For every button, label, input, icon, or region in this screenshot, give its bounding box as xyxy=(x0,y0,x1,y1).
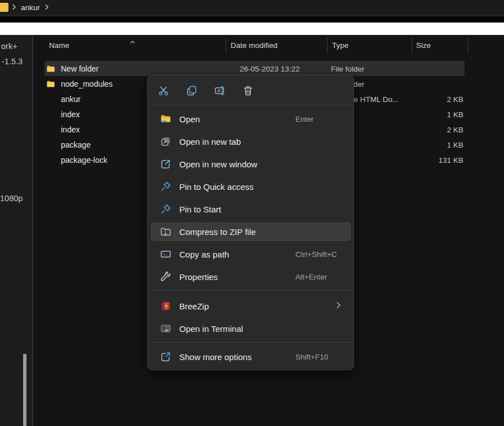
menu-item-copy-as-path[interactable]: \.. Copy as path Ctrl+Shift+C xyxy=(148,243,353,265)
menu-item-pin-to-quick-access[interactable]: Pin to Quick access xyxy=(148,175,353,198)
menu-item-pin-to-start[interactable]: Pin to Start xyxy=(148,198,353,220)
open-folder-icon xyxy=(160,113,171,125)
menu-separator xyxy=(148,105,353,105)
pin-icon xyxy=(160,203,171,215)
menu-item-open-in-terminal[interactable]: Open in Terminal xyxy=(148,317,353,340)
delete-icon[interactable] xyxy=(241,83,255,99)
file-size: 131 KB xyxy=(439,156,463,164)
column-header-name[interactable]: Name xyxy=(49,41,69,50)
file-name: New folder xyxy=(61,64,99,73)
pin-icon xyxy=(160,181,171,192)
breadcrumb-item-ankur[interactable]: ankur xyxy=(21,3,40,12)
file-name: node_modules xyxy=(61,79,113,88)
menu-item-label: Copy as path xyxy=(179,250,229,259)
menu-item-label: Open xyxy=(179,114,200,124)
chevron-right-icon xyxy=(45,2,49,12)
file-size: 2 KB xyxy=(447,125,463,134)
menu-separator xyxy=(148,290,353,290)
folder-icon xyxy=(46,79,55,88)
wrench-icon xyxy=(160,271,171,282)
breezip-icon xyxy=(160,300,171,312)
cut-icon[interactable] xyxy=(157,83,170,99)
file-date: 26-05-2023 13:22 xyxy=(240,64,300,73)
script-file-icon xyxy=(46,140,55,149)
scrollbar-thumb[interactable] xyxy=(23,354,26,426)
table-row-new-folder[interactable]: New folder 26-05-2023 13:22 File folder xyxy=(45,61,465,76)
file-name: index xyxy=(61,110,79,119)
folder-icon xyxy=(46,64,55,73)
menu-item-open-in-new-tab[interactable]: Open in new tab xyxy=(148,130,353,153)
folder-icon xyxy=(0,3,8,12)
column-headers: Name Date modified Type Size xyxy=(33,35,504,57)
menu-shortcut: Shift+F10 xyxy=(295,353,328,361)
submenu-chevron-icon xyxy=(336,301,341,311)
file-size: 1 KB xyxy=(447,110,463,118)
toolbar-band xyxy=(0,16,504,23)
svg-text:\..: \.. xyxy=(163,252,171,257)
file-size: 1 KB xyxy=(447,140,463,149)
menu-item-label: Pin to Start xyxy=(179,205,221,214)
file-name: ankur xyxy=(61,95,81,104)
menu-item-open-in-new-window[interactable]: Open in new window xyxy=(148,153,353,175)
menu-shortcut: Enter xyxy=(295,115,313,123)
chevron-right-icon xyxy=(12,2,16,12)
menu-shortcut: Ctrl+Shift+C xyxy=(295,250,337,259)
open-new-tab-icon xyxy=(160,136,171,147)
copy-icon[interactable] xyxy=(185,83,198,99)
menu-item-breezip[interactable]: BreeZip xyxy=(148,295,353,317)
script-file-icon xyxy=(46,125,55,134)
menu-item-label: Show more options xyxy=(179,352,251,362)
column-divider[interactable] xyxy=(327,38,328,54)
context-menu: A Open Enter Open in new tab Open in n xyxy=(147,75,354,370)
menu-item-show-more-options[interactable]: Show more options Shift+F10 xyxy=(148,345,353,368)
zip-folder-icon xyxy=(160,226,171,237)
quick-actions-bar: A xyxy=(157,80,255,101)
column-header-type[interactable]: Type xyxy=(332,41,348,50)
background-text-fragment: -1.5.3 xyxy=(2,57,23,66)
file-size: 2 KB xyxy=(447,95,463,103)
background-window-strip: ork+ -1.5.3 1080p xyxy=(0,35,32,426)
column-divider[interactable] xyxy=(412,38,412,54)
file-name: index xyxy=(61,125,79,134)
column-divider[interactable] xyxy=(468,38,468,54)
file-name: package xyxy=(61,140,91,149)
copy-as-path-icon: \.. xyxy=(160,248,171,260)
svg-text:A: A xyxy=(218,88,221,94)
sort-ascending-icon xyxy=(130,36,135,46)
script-file-icon xyxy=(46,110,55,119)
file-name: package-lock xyxy=(61,156,108,165)
menu-separator xyxy=(148,342,353,343)
breadcrumb: ankur xyxy=(0,0,504,15)
column-divider[interactable] xyxy=(226,38,226,54)
background-text-fragment: ork+ xyxy=(1,42,17,51)
menu-item-label: Compress to ZIP file xyxy=(179,227,256,237)
file-type: File folder xyxy=(331,64,364,73)
column-header-date-modified[interactable]: Date modified xyxy=(231,41,277,50)
show-more-options-icon xyxy=(160,351,171,362)
menu-item-label: Properties xyxy=(179,272,218,282)
chrome-icon xyxy=(46,95,55,104)
menu-shortcut: Alt+Enter xyxy=(295,273,327,281)
menu-item-open[interactable]: Open Enter xyxy=(148,108,353,130)
background-text-fragment: 1080p xyxy=(0,194,23,203)
menu-item-label: BreeZip xyxy=(179,301,209,311)
rename-icon[interactable]: A xyxy=(213,83,227,99)
open-new-window-icon xyxy=(160,158,171,170)
menu-item-label: Open in Terminal xyxy=(179,324,243,334)
file-explorer-screen: ankur ork+ -1.5.3 1080p Name Date modifi… xyxy=(0,0,504,426)
menu-item-label: Pin to Quick access xyxy=(179,182,254,192)
menu-item-label: Open in new tab xyxy=(179,137,241,147)
menu-item-properties[interactable]: Properties Alt+Enter xyxy=(148,265,353,288)
terminal-icon xyxy=(160,323,171,334)
column-header-size[interactable]: Size xyxy=(416,41,431,50)
menu-item-compress-to-zip[interactable]: Compress to ZIP file xyxy=(151,223,351,241)
menu-item-label: Open in new window xyxy=(179,159,257,169)
script-file-icon xyxy=(46,156,55,165)
background-white-band xyxy=(0,23,504,35)
